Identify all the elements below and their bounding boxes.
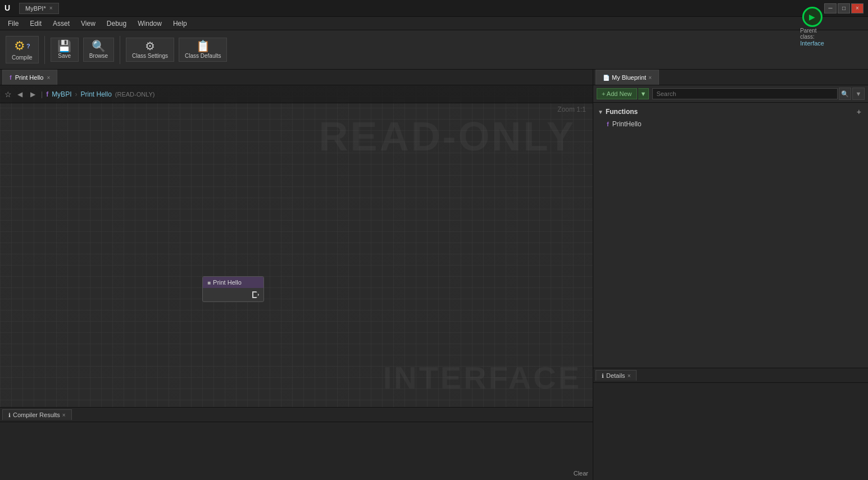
title-bar: U MyBPI* × ▶ Parent class: Interface ─ □…	[0, 0, 868, 17]
search-input[interactable]	[652, 88, 838, 99]
menu-asset[interactable]: Asset	[48, 19, 74, 29]
bp-node-body	[203, 288, 263, 301]
bp-node-title-icon: ■	[207, 280, 211, 286]
save-icon: 💾	[57, 40, 71, 52]
compiler-results-close-icon[interactable]: ×	[62, 412, 66, 418]
breadcrumb-function-name[interactable]: Print Hello	[80, 90, 111, 98]
menu-edit[interactable]: Edit	[25, 19, 46, 29]
menu-window[interactable]: Window	[133, 19, 166, 29]
my-blueprint-tab[interactable]: 📄 My Blueprint ×	[596, 70, 659, 85]
add-function-button[interactable]: +	[855, 107, 864, 116]
blueprint-tab[interactable]: MyBPI* ×	[19, 3, 59, 14]
parent-class-icon: ▶	[802, 7, 822, 27]
toolbar: ⚙ ? Compile 💾 Save 🔍 Browse ⚙ Class Sett…	[0, 30, 868, 70]
breadcrumb-sep-1: |	[41, 90, 43, 98]
breadcrumb-forward-icon[interactable]: ▶	[28, 89, 38, 99]
bp-node-title: ■ Print Hello	[203, 277, 263, 288]
save-button[interactable]: 💾 Save	[51, 38, 79, 62]
functions-section-arrow: ▼	[598, 109, 603, 115]
print-hello-tab[interactable]: f Print Hello ×	[2, 70, 57, 85]
add-new-row: + Add New ▼ 🔍 ▼	[593, 85, 868, 103]
my-blueprint-tab-close-icon[interactable]: ×	[648, 75, 652, 81]
my-blueprint-content: ▼ Functions + f PrintHello	[593, 103, 868, 368]
function-item-icon: f	[607, 121, 609, 127]
class-settings-button[interactable]: ⚙ Class Settings	[126, 38, 174, 62]
class-defaults-button[interactable]: 📋 Class Defaults	[179, 38, 227, 62]
function-tab-icon: f	[10, 74, 12, 81]
clear-button[interactable]: Clear	[574, 470, 588, 477]
search-row: 🔍 ▼	[652, 88, 865, 100]
save-label: Save	[58, 53, 71, 59]
close-button[interactable]: ×	[851, 3, 864, 13]
window-controls: ─ □ ×	[824, 3, 864, 13]
breadcrumb-star-icon[interactable]: ☆	[4, 90, 12, 99]
menu-help[interactable]: Help	[169, 19, 192, 29]
compiler-results-panel: ℹ Compiler Results × Clear	[0, 407, 593, 480]
editor-area: f Print Hello × ☆ ◀ ▶ | f MyBPI › Print …	[0, 70, 593, 480]
breadcrumb-back-icon[interactable]: ◀	[15, 89, 25, 99]
class-settings-icon: ⚙	[145, 40, 155, 52]
menu-file[interactable]: File	[3, 19, 23, 29]
breadcrumb-blueprint-name[interactable]: MyBPI	[52, 90, 71, 98]
my-blueprint-tab-icon: 📄	[603, 75, 610, 81]
compile-status-icon: ?	[26, 43, 30, 49]
canvas-watermark-interface: INTERFACE	[383, 359, 581, 396]
menu-debug[interactable]: Debug	[102, 19, 131, 29]
compile-button[interactable]: ⚙ ? Compile	[6, 36, 39, 63]
compiler-results-icon: ℹ	[8, 412, 11, 418]
parent-class-value[interactable]: Interface	[800, 40, 824, 47]
details-panel: ℹ Details ×	[593, 368, 868, 480]
compile-label: Compile	[12, 54, 33, 61]
blueprint-tab-close-icon[interactable]: ×	[49, 5, 53, 11]
main-area: f Print Hello × ☆ ◀ ▶ | f MyBPI › Print …	[0, 70, 868, 480]
canvas-breadcrumb: ☆ ◀ ▶ | f MyBPI › Print Hello (READ-ONLY…	[0, 85, 593, 103]
right-panel-tabs: 📄 My Blueprint ×	[593, 70, 868, 85]
details-content	[593, 383, 868, 480]
parent-class-label: Parent class:	[800, 28, 824, 40]
maximize-button[interactable]: □	[838, 3, 850, 13]
exec-pin-out	[252, 291, 259, 298]
compiler-tab-bar: ℹ Compiler Results ×	[0, 408, 593, 422]
ue-logo-icon: U	[4, 3, 15, 13]
editor-tab-bar: f Print Hello ×	[0, 70, 593, 85]
menu-bar: File Edit Asset View Debug Window Help	[0, 17, 868, 30]
compile-icon: ⚙	[14, 39, 25, 53]
breadcrumb-status: (READ-ONLY)	[115, 91, 155, 98]
view-options-button[interactable]: ▼	[852, 88, 865, 100]
details-tab-icon: ℹ	[602, 373, 604, 379]
search-button[interactable]: 🔍	[839, 88, 851, 100]
compiler-content: Clear	[0, 422, 593, 480]
add-new-dropdown-button[interactable]: ▼	[638, 88, 649, 99]
toolbar-separator-2	[120, 36, 120, 64]
blueprint-canvas[interactable]: ☆ ◀ ▶ | f MyBPI › Print Hello (READ-ONLY…	[0, 85, 593, 407]
minimize-button[interactable]: ─	[824, 3, 837, 13]
details-tab-close-icon[interactable]: ×	[628, 373, 631, 379]
canvas-watermark-readonly: READ-ONLY	[319, 113, 576, 159]
functions-section-header[interactable]: ▼ Functions +	[593, 105, 868, 118]
class-settings-label: Class Settings	[132, 53, 168, 59]
menu-view[interactable]: View	[76, 19, 100, 29]
compiler-results-tab[interactable]: ℹ Compiler Results ×	[2, 409, 72, 420]
right-panel: 📄 My Blueprint × + Add New ▼ 🔍 ▼ ▼ Funct…	[593, 70, 868, 480]
details-tab-label: Details	[606, 372, 625, 379]
bp-node-title-label: Print Hello	[213, 279, 242, 286]
print-hello-node[interactable]: ■ Print Hello	[202, 276, 264, 302]
details-tab-bar: ℹ Details ×	[593, 368, 868, 383]
function-item-label: PrintHello	[612, 120, 642, 128]
blueprint-tab-label: MyBPI*	[25, 5, 46, 12]
functions-section-label: ▼ Functions	[598, 108, 638, 116]
toolbar-separator-1	[44, 36, 45, 64]
browse-button[interactable]: 🔍 Browse	[83, 38, 114, 62]
breadcrumb-sep-2: ›	[75, 90, 77, 98]
parent-class-area: ▶ Parent class: Interface	[800, 7, 824, 47]
title-bar-left: U MyBPI* ×	[4, 3, 59, 14]
browse-icon: 🔍	[92, 40, 106, 52]
details-tab[interactable]: ℹ Details ×	[596, 370, 637, 381]
zoom-indicator: Zoom 1:1	[557, 106, 586, 113]
breadcrumb-function-icon: f	[46, 90, 48, 98]
browse-label: Browse	[89, 53, 108, 59]
print-hello-tab-close-icon[interactable]: ×	[47, 75, 50, 81]
my-blueprint-tab-label: My Blueprint	[612, 74, 646, 81]
add-new-button[interactable]: + Add New	[597, 88, 637, 99]
print-hello-function-item[interactable]: f PrintHello	[593, 118, 868, 130]
